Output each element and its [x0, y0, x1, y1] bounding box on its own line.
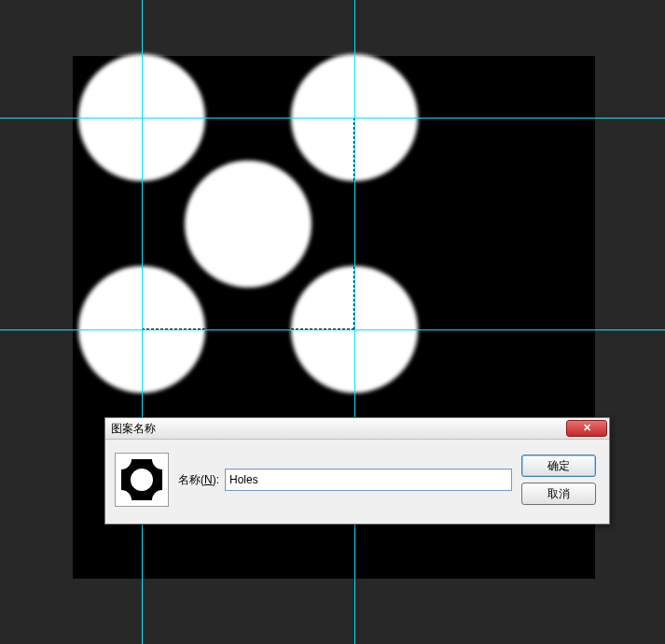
dialog-title: 图案名称	[111, 421, 156, 437]
dialog-titlebar[interactable]: 图案名称 ✕	[105, 418, 609, 440]
close-icon: ✕	[583, 423, 591, 433]
guide-horizontal-2[interactable]	[0, 329, 665, 330]
editor-stage: 图案名称 ✕ 名称(N):	[0, 0, 665, 644]
guide-vertical-1[interactable]	[142, 0, 143, 644]
guide-vertical-2[interactable]	[354, 0, 355, 644]
name-field: 名称(N):	[178, 469, 512, 491]
guide-horizontal-1[interactable]	[0, 118, 665, 119]
dialog-close-button[interactable]: ✕	[566, 420, 607, 437]
name-input[interactable]	[225, 469, 512, 491]
pattern-thumbnail	[115, 453, 169, 507]
pattern-thumbnail-icon	[116, 454, 168, 506]
svg-point-6	[131, 469, 153, 491]
ok-button[interactable]: 确定	[521, 455, 596, 477]
cancel-button[interactable]: 取消	[521, 483, 596, 505]
dialog-body: 名称(N): 确定 取消	[105, 440, 609, 524]
pattern-name-dialog: 图案名称 ✕ 名称(N):	[104, 417, 610, 525]
selection-marquee	[142, 118, 354, 329]
dialog-buttons: 确定 取消	[521, 455, 600, 505]
name-label: 名称(N):	[178, 472, 219, 488]
